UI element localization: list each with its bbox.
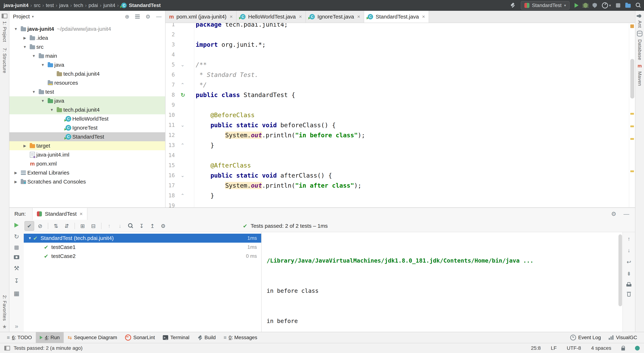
test-result-row-testcase2[interactable]: ✔ testCase2 0 ms	[24, 252, 261, 261]
star-icon[interactable]: ★	[2, 324, 7, 330]
breadcrumb-test[interactable]: test	[46, 2, 54, 8]
expand-arrow-icon[interactable]: ▼	[12, 27, 20, 31]
breadcrumb-java[interactable]: java	[59, 2, 68, 8]
sort-alphabetically-button[interactable]: ⇅	[51, 221, 61, 231]
toolwindow-tab-project[interactable]: 1: Project	[2, 21, 8, 42]
status-message[interactable]: Tests passed: 2 (a minute ago)	[14, 345, 82, 351]
inspection-profile-icon[interactable]	[635, 346, 640, 351]
stop-button[interactable]	[616, 3, 620, 7]
close-icon[interactable]: ×	[80, 211, 83, 217]
tree-item-resources[interactable]: resources	[9, 78, 165, 87]
toolwindow-toggle-icon[interactable]	[4, 346, 10, 351]
expand-arrow-icon[interactable]: ▼	[39, 63, 46, 67]
run-config-selector[interactable]: StandardTest ▾	[521, 1, 570, 10]
show-ignored-toggle[interactable]: ⊘	[35, 221, 45, 231]
tree-item-test[interactable]: ▼ test	[9, 87, 165, 96]
clear-console-icon[interactable]	[627, 292, 631, 297]
tree-item-helloworldtest[interactable]: C HelloWorldTest	[9, 114, 165, 123]
scroll-down-icon[interactable]: ↓	[628, 247, 630, 253]
locate-file-icon[interactable]: ⊕	[125, 13, 129, 20]
close-icon[interactable]: ×	[230, 14, 232, 19]
tree-item-idea[interactable]: ▶ .idea	[9, 33, 165, 42]
run-console[interactable]: /Library/Java/JavaVirtualMachines/jdk1.8…	[262, 232, 635, 332]
breadcrumb-project[interactable]: java-junit4	[4, 2, 28, 8]
visualgc-button[interactable]: VisualGC	[605, 335, 641, 341]
tree-item-test-package[interactable]: ▼ tech.pdai.junit4	[9, 105, 165, 114]
expand-arrow-icon[interactable]: ▶	[21, 144, 28, 148]
expand-arrow-icon[interactable]: ▼	[48, 108, 56, 112]
breadcrumb-class[interactable]: StandardTest	[129, 2, 161, 8]
scroll-to-end-icon[interactable]: ⇟	[626, 271, 631, 277]
tree-item-target[interactable]: ▶ target	[9, 141, 165, 150]
stripe-mark[interactable]	[630, 113, 634, 115]
test-result-row-standardtest[interactable]: ▼ ✔ StandardTest (tech.pdai.junit4) 1ms	[24, 234, 261, 243]
tree-item-main[interactable]: ▼ main	[9, 51, 165, 60]
tab-helloworldtest[interactable]: C HelloWorldTest.java ×	[236, 11, 306, 23]
event-log-button[interactable]: Event Log	[566, 335, 605, 341]
tree-item-standardtest[interactable]: C StandardTest	[9, 132, 165, 141]
toolwindow-tab-sonarlint[interactable]: SonarLint	[121, 332, 159, 343]
run-class-gutter-icon[interactable]: ↻	[175, 92, 194, 98]
stripe-mark[interactable]	[630, 125, 634, 127]
rerun-failed-icon[interactable]: ↻	[14, 233, 19, 240]
stop-icon[interactable]	[14, 246, 19, 250]
stripe-mark[interactable]	[630, 170, 634, 172]
build-icon[interactable]	[510, 2, 516, 8]
tree-item-external-libraries[interactable]: ▶ External Libraries	[9, 168, 165, 177]
toolwindow-tab-favorites[interactable]: 2: Favorites	[2, 295, 8, 321]
toolwindow-tab-messages[interactable]: ≡ 0: Messages	[220, 332, 261, 343]
print-icon[interactable]	[626, 282, 632, 287]
expand-arrow-icon[interactable]: ▼	[39, 99, 46, 103]
breadcrumb-tech[interactable]: tech	[74, 2, 83, 8]
tree-item-scratches[interactable]: ▶ Scratches and Consoles	[9, 177, 165, 186]
breadcrumb-src[interactable]: src	[34, 2, 40, 8]
toolwindow-tab-sequence-diagram[interactable]: ⇆ Sequence Diagram	[64, 332, 121, 343]
line-ending-indicator[interactable]: LF	[551, 345, 557, 351]
stripe-mark[interactable]	[630, 138, 634, 140]
expand-arrow-icon[interactable]: ▼	[30, 90, 38, 94]
error-stripe[interactable]	[629, 23, 635, 207]
breadcrumb-junit4[interactable]: junit4	[103, 2, 115, 8]
close-icon[interactable]: ×	[422, 14, 425, 19]
tree-item-src[interactable]: ▼ src	[9, 42, 165, 51]
tools-icon[interactable]: ⚒	[14, 265, 19, 272]
fold-icon[interactable]: ⌄	[175, 122, 194, 128]
import-test-results-button[interactable]: ↧	[137, 221, 146, 231]
export-test-results-button[interactable]: ↥	[148, 221, 157, 231]
tab-pom[interactable]: m pom.xml (java-junit4) ×	[166, 11, 236, 23]
tree-item-main-java[interactable]: ▼ java	[9, 60, 165, 69]
next-occurrence-button[interactable]: ↓	[115, 221, 125, 231]
expand-arrow-icon[interactable]: ▶	[12, 171, 20, 175]
fold-icon[interactable]: ⌃	[175, 143, 194, 148]
toolwindow-tab-structure[interactable]: 7: Structure	[2, 48, 8, 73]
import-tests-icon[interactable]: ↧	[14, 277, 19, 284]
camera-icon[interactable]	[14, 255, 19, 259]
search-everywhere-icon[interactable]	[636, 3, 641, 8]
rerun-button[interactable]	[14, 223, 19, 228]
fold-icon[interactable]: ⌃	[175, 193, 194, 198]
caret-position[interactable]: 25:8	[531, 345, 541, 351]
tree-item-main-package[interactable]: tech.pdai.junit4	[9, 69, 165, 78]
tree-item-test-java[interactable]: ▼ java	[9, 96, 165, 105]
toolwindow-tab-run[interactable]: 4: Run	[36, 332, 64, 343]
sort-by-duration-button[interactable]: ⇵	[62, 221, 72, 231]
toolwindow-tab-terminal[interactable]: >_ Terminal	[159, 332, 194, 343]
inspection-indicator[interactable]	[630, 24, 634, 28]
tab-ignoretest[interactable]: C IgnoreTest.java ×	[306, 11, 364, 23]
encoding-indicator[interactable]: UTF-8	[567, 345, 581, 351]
toolwindow-tab-ant[interactable]: Ant	[637, 20, 642, 28]
tab-standardtest[interactable]: C StandardTest.java ×	[364, 11, 429, 23]
tree-item-pom[interactable]: m pom.xml	[9, 159, 165, 168]
toolwindow-tab-maven[interactable]: Maven	[637, 71, 642, 86]
settings-gear-icon[interactable]: ⚙	[146, 13, 150, 20]
project-panel-title[interactable]: Project	[13, 13, 30, 19]
code-editor[interactable]: package tech.pdai.junit4; import org.jun…	[194, 23, 629, 207]
run-button[interactable]	[574, 3, 578, 8]
soft-wrap-icon[interactable]: ↩	[626, 259, 631, 265]
fold-icon[interactable]: ⌄	[175, 173, 194, 178]
breadcrumb-pdai[interactable]: pdai	[88, 2, 98, 8]
expand-arrow-icon[interactable]: ▼	[21, 45, 28, 49]
tree-item-ignoretest[interactable]: C IgnoreTest	[9, 123, 165, 132]
folder-action-icon[interactable]	[625, 4, 631, 8]
close-icon[interactable]: ×	[357, 14, 360, 19]
